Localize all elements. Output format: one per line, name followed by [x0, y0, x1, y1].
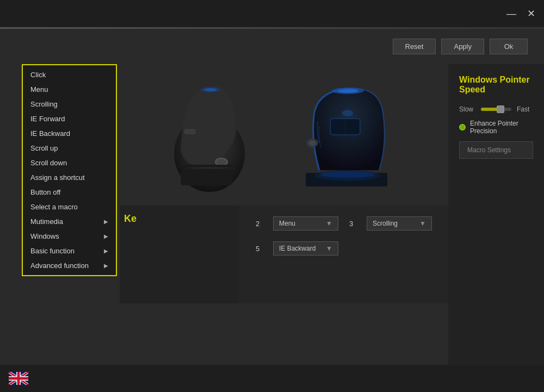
uk-flag-icon — [9, 372, 28, 385]
right-panel: Windows Pointer Speed Slow Fast Enhance … — [448, 64, 544, 365]
dropdown-item-button-off[interactable]: Button off — [23, 185, 116, 200]
apply-button[interactable]: Apply — [441, 39, 484, 54]
dropdown-item-scroll-up[interactable]: Scroll up — [23, 141, 116, 155]
btn2-arrow-icon: ▼ — [326, 220, 332, 227]
slow-label: Slow — [459, 105, 475, 113]
dropdown-item-click[interactable]: Click — [23, 67, 116, 82]
dropdown-item-select-macro[interactable]: Select a macro — [23, 200, 116, 214]
speed-row: Slow Fast — [459, 105, 533, 113]
submenu-arrow-icon: ▶ — [104, 233, 108, 239]
btn3-arrow-icon: ▼ — [419, 220, 426, 227]
submenu-arrow-icon: ▶ — [104, 219, 108, 225]
dropdown-item-basic-function[interactable]: Basic function▶ — [23, 244, 116, 258]
btn2-row: 2 Menu ▼ 3 Scrolling ▼ — [256, 216, 432, 231]
svg-rect-7 — [181, 169, 232, 185]
key-label: Ke — [124, 213, 137, 225]
speed-slider[interactable] — [481, 108, 511, 111]
fast-label: Fast — [517, 105, 533, 113]
left-side-controls: Ke — [120, 206, 239, 303]
enhance-precision-radio[interactable] — [459, 124, 466, 130]
mouse-left-image — [167, 78, 251, 197]
mouse-images-row — [120, 64, 448, 206]
title-bar: — ✕ — [0, 0, 544, 27]
dropdown-item-menu[interactable]: Menu — [23, 82, 116, 97]
status-bar — [0, 365, 544, 392]
btn5-select[interactable]: IE Backward ▼ — [273, 241, 338, 256]
svg-point-3 — [204, 88, 217, 91]
enhance-precision-row[interactable]: Enhance Pointer Precision — [459, 120, 533, 135]
macro-settings-button[interactable]: Macro Settings — [459, 141, 533, 159]
dropdown-item-windows[interactable]: Windows▶ — [23, 229, 116, 244]
bottom-controls: Ke 2 Menu ▼ 3 Scrolling ▼ 5 — [120, 206, 448, 303]
dropdown-item-scroll-down[interactable]: Scroll down — [23, 155, 116, 170]
btn5-arrow-icon: ▼ — [326, 245, 332, 252]
reset-button[interactable]: Reset — [393, 39, 436, 54]
dropdown-item-scrolling[interactable]: Scrolling — [23, 97, 116, 111]
center-panel: Ke 2 Menu ▼ 3 Scrolling ▼ 5 — [120, 64, 448, 365]
dropdown-item-ie-backward[interactable]: IE Backward — [23, 126, 116, 141]
submenu-arrow-icon: ▶ — [104, 263, 108, 269]
minimize-button[interactable]: — — [506, 9, 516, 18]
btn5-number: 5 — [256, 245, 262, 253]
ok-button[interactable]: Ok — [490, 39, 528, 54]
dropdown-item-ie-forward[interactable]: IE Forward — [23, 111, 116, 126]
pointer-speed-title: Windows Pointer Speed — [459, 75, 533, 95]
submenu-arrow-icon: ▶ — [104, 248, 108, 254]
left-panel: ClickMenuScrollingIE ForwardIE BackwardS… — [0, 64, 120, 365]
btn2-number: 2 — [256, 220, 262, 228]
svg-rect-13 — [331, 120, 344, 134]
svg-point-5 — [216, 159, 227, 165]
svg-rect-14 — [346, 120, 359, 134]
dropdown-item-advanced-function[interactable]: Advanced function▶ — [23, 258, 116, 273]
svg-point-19 — [320, 171, 375, 178]
dropdown-item-multimedia[interactable]: Mutimedia▶ — [23, 214, 116, 229]
btn5-row: 5 IE Backward ▼ — [256, 241, 432, 256]
main-content: ClickMenuScrollingIE ForwardIE BackwardS… — [0, 64, 544, 365]
mouse-right-image — [295, 78, 401, 197]
dropdown-menu: ClickMenuScrollingIE ForwardIE BackwardS… — [22, 64, 117, 276]
header-area: Reset Apply Ok — [0, 29, 544, 64]
svg-point-17 — [308, 140, 316, 146]
dropdown-item-assign-shortcut[interactable]: Assign a shortcut — [23, 170, 116, 185]
btn3-number: 3 — [349, 220, 356, 228]
btn3-select[interactable]: Scrolling ▼ — [367, 216, 432, 231]
center-controls: 2 Menu ▼ 3 Scrolling ▼ 5 IE Backward — [239, 206, 448, 303]
svg-rect-8 — [184, 129, 195, 134]
slider-thumb — [497, 105, 504, 113]
enhance-precision-label: Enhance Pointer Precision — [470, 120, 533, 135]
svg-rect-6 — [183, 165, 232, 167]
svg-point-15 — [342, 110, 353, 116]
close-button[interactable]: ✕ — [527, 9, 535, 18]
btn2-select[interactable]: Menu ▼ — [273, 216, 338, 231]
